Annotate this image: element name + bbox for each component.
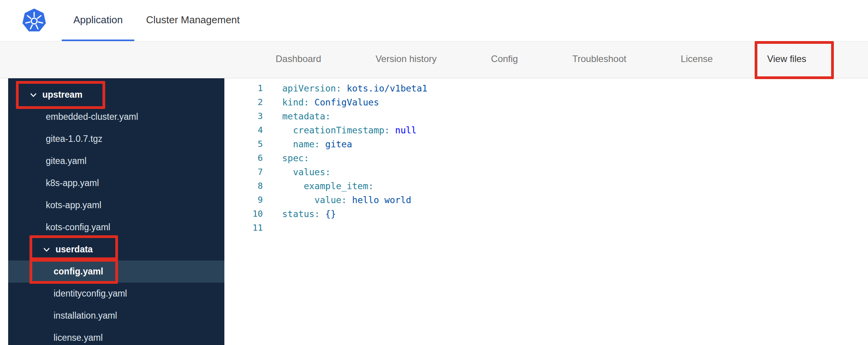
kots-admin-console: ApplicationCluster Management DashboardV… [0,0,868,345]
code-text: value: hello world [263,193,411,207]
editor-lines: 1apiVersion: kots.io/v1beta12kind: Confi… [224,81,868,235]
tree-folder-upstream[interactable]: upstream [8,84,224,106]
line-number: 6 [224,151,263,165]
app-header: ApplicationCluster Management [0,0,868,41]
file-tree-sidebar: upstreamembedded-cluster.yamlgitea-1.0.7… [8,78,224,345]
tree-file-config-yaml[interactable]: config.yaml [8,260,224,283]
folder-label: userdata [56,244,93,255]
code-text: creationTimestamp: null [263,123,417,137]
tab-license[interactable]: License [681,41,713,78]
header-tab-cluster-management[interactable]: Cluster Management [134,0,251,41]
tree-file-k8s-app-yaml[interactable]: k8s-app.yaml [8,172,224,194]
code-text: example_item: [263,179,373,193]
code-text: apiVersion: kots.io/v1beta1 [263,81,427,95]
code-text: values: [263,165,331,179]
chevron-down-icon [42,245,51,254]
tab-version-history[interactable]: Version history [375,41,436,78]
tab-view-files[interactable]: View files [767,41,806,78]
code-line: 2kind: ConfigValues [224,95,868,109]
line-number: 10 [224,207,263,221]
tree-file-installation-yaml[interactable]: installation.yaml [8,305,224,327]
file-viewer-editor[interactable]: 1apiVersion: kots.io/v1beta12kind: Confi… [224,78,868,345]
line-number: 2 [224,95,263,109]
kubernetes-logo [22,9,46,33]
line-number: 4 [224,123,263,137]
line-number: 1 [224,81,263,95]
code-text: kind: ConfigValues [263,95,379,109]
line-number: 5 [224,137,263,151]
code-line: 11 [224,221,868,235]
code-text: spec: [263,151,309,165]
code-line: 5 name: gitea [224,137,868,151]
tab-troubleshoot[interactable]: Troubleshoot [572,41,626,78]
code-line: 10status: {} [224,207,868,221]
app-subnav: DashboardVersion historyConfigTroublesho… [0,41,868,78]
header-tabs: ApplicationCluster Management [62,0,252,41]
tree-file-license-yaml[interactable]: license.yaml [8,327,224,345]
code-line: 9 value: hello world [224,193,868,207]
code-line: 3metadata: [224,109,868,123]
line-number: 7 [224,165,263,179]
header-tab-application[interactable]: Application [62,0,134,41]
code-text [263,221,282,235]
code-text: status: {} [263,207,336,221]
line-number: 9 [224,193,263,207]
code-text: name: gitea [263,137,352,151]
code-line: 4 creationTimestamp: null [224,123,868,137]
tree-file-kots-config-yaml[interactable]: kots-config.yaml [8,216,224,238]
code-line: 8 example_item: [224,179,868,193]
code-line: 1apiVersion: kots.io/v1beta1 [224,81,868,95]
chevron-down-icon [29,91,38,99]
tab-dashboard[interactable]: Dashboard [276,41,321,78]
tree-file-embedded-cluster-yaml[interactable]: embedded-cluster.yaml [8,106,224,128]
tree-file-identityconfig-yaml[interactable]: identityconfig.yaml [8,283,224,305]
line-number: 11 [224,221,263,235]
code-line: 7 values: [224,165,868,179]
folder-label: upstream [42,90,83,100]
tree-folder-userdata[interactable]: userdata [8,238,224,260]
code-text: metadata: [263,109,331,123]
tab-config[interactable]: Config [491,41,518,78]
tree-file-kots-app-yaml[interactable]: kots-app.yaml [8,194,224,216]
tree-file-gitea-1-0-7-tgz[interactable]: gitea-1.0.7.tgz [8,128,224,150]
line-number: 3 [224,109,263,123]
code-line: 6spec: [224,151,868,165]
line-number: 8 [224,179,263,193]
tree-file-gitea-yaml[interactable]: gitea.yaml [8,150,224,172]
